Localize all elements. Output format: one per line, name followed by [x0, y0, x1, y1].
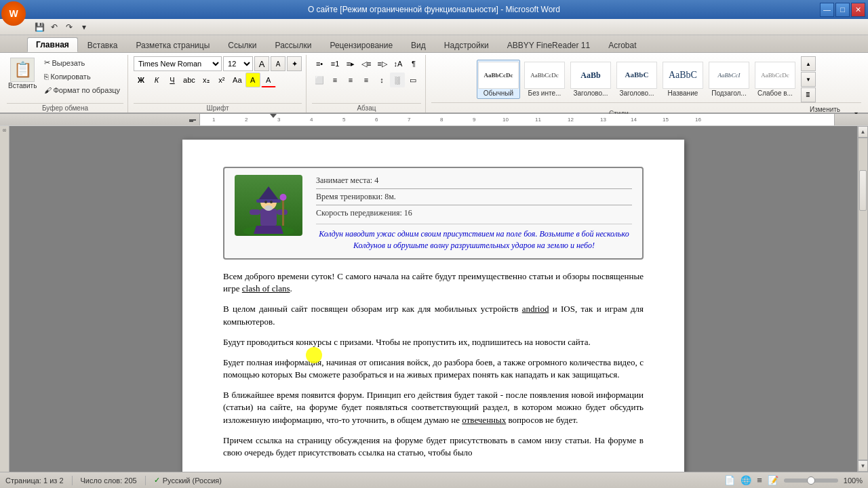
close-button[interactable]: ✕ — [851, 3, 865, 17]
paste-button[interactable]: 📋 Вставить — [7, 56, 38, 91]
border-button[interactable]: ▭ — [406, 73, 420, 87]
paste-label: Вставить — [8, 82, 37, 89]
word-count-text: Число слов: 205 — [81, 476, 137, 485]
redo-button[interactable]: ↷ — [62, 20, 76, 34]
style-h2[interactable]: AaBbC Заголово... — [615, 60, 658, 99]
style-title-preview: AaBbC — [663, 62, 703, 89]
indent-button[interactable]: ≡▷ — [374, 56, 389, 71]
view-draft-button[interactable]: 📝 — [768, 475, 778, 485]
zoom-thumb[interactable] — [807, 476, 815, 485]
scroll-track[interactable] — [858, 138, 868, 460]
vertical-ruler-label: 8 — [1, 129, 7, 131]
strikethrough-button[interactable]: аbc — [180, 73, 198, 87]
page-info: Страница: 1 из 2 — [5, 476, 64, 485]
tab-page-layout[interactable]: Разметка страницы — [127, 37, 218, 52]
paragraph-1-text: Всем доброго времени суток! С самого нач… — [223, 271, 644, 293]
scroll-container[interactable]: Занимает места: 4 Время тренировки: 8м. … — [9, 126, 857, 472]
minimize-button[interactable]: — — [820, 3, 834, 17]
clash-link[interactable]: clash of clans — [242, 283, 290, 293]
show-marks-button[interactable]: ¶ — [406, 56, 421, 71]
zoom-slider[interactable] — [784, 479, 838, 483]
styles-more[interactable]: ≣ — [801, 87, 816, 102]
style-normal[interactable]: AaBbCcDc Обычный — [477, 60, 520, 99]
tab-abbyy[interactable]: ABBYY FineReader 11 — [498, 37, 599, 52]
view-normal-button[interactable]: 📄 — [724, 475, 735, 485]
italic-icon: К — [155, 76, 159, 84]
andriod-link[interactable]: andriod — [522, 304, 549, 314]
multilevel-button[interactable]: ≡▸ — [343, 56, 358, 71]
language-text: Русский (Россия) — [163, 476, 222, 485]
highlight-button[interactable]: A — [245, 73, 260, 87]
view-outline-button[interactable]: ≡ — [757, 475, 762, 485]
tab-insert[interactable]: Вставка — [79, 37, 127, 52]
paragraph-4-text: Будет полная информация, начиная от опис… — [223, 357, 644, 380]
otv-link[interactable]: отвеченных — [462, 415, 506, 425]
align-left-button[interactable]: ⬜ — [312, 73, 327, 87]
office-button[interactable]: W — [1, 1, 26, 26]
scroll-up-button[interactable]: ▲ — [858, 126, 868, 138]
ruler-mark-9: 9 — [473, 117, 475, 123]
bullets-button[interactable]: ≡• — [312, 56, 327, 71]
font-group-label: Шрифт — [134, 103, 302, 113]
svg-rect-5 — [250, 209, 260, 215]
styles-scroll-up[interactable]: ▲ — [801, 56, 816, 71]
font-grow-button[interactable]: A — [254, 56, 269, 71]
ruler-mark-10: 10 — [502, 117, 509, 123]
scroll-down-button[interactable]: ▼ — [858, 460, 868, 472]
subscript-button[interactable]: x₂ — [199, 73, 214, 87]
font-family-select[interactable]: Times New Roman — [134, 56, 222, 71]
format-paint-button[interactable]: 🖌 Формат по образцу — [41, 84, 123, 96]
line-spacing-button[interactable]: ↕ — [374, 73, 389, 87]
info-card: Занимает места: 4 Время тренировки: 8м. … — [223, 167, 644, 260]
scroll-thumb[interactable] — [859, 170, 867, 211]
ruler-mark-4: 4 — [310, 117, 313, 123]
undo-button[interactable]: ↶ — [47, 20, 61, 34]
underline-button[interactable]: Ч — [165, 73, 180, 87]
copy-button[interactable]: ⎘ Копировать — [41, 70, 123, 83]
outdent-button[interactable]: ◁≡ — [359, 56, 374, 71]
tab-mailings[interactable]: Рассылки — [267, 37, 321, 52]
change-case-button[interactable]: Аа — [230, 73, 245, 87]
tab-view[interactable]: Вид — [402, 37, 435, 52]
superscript-button[interactable]: x² — [214, 73, 229, 87]
ruler-mark-6: 6 — [375, 117, 378, 123]
style-title-label: Название — [668, 89, 698, 97]
tab-home[interactable]: Главная — [27, 37, 78, 52]
align-right-button[interactable]: ≡ — [343, 73, 358, 87]
save-button[interactable]: 💾 — [33, 20, 46, 34]
numbering-button[interactable]: ≡1 — [328, 56, 342, 71]
tab-review[interactable]: Рецензирование — [321, 37, 401, 52]
font-shrink-button[interactable]: A — [271, 56, 285, 71]
style-subtle-em[interactable]: AaBbCcDc Слабое в... — [753, 60, 797, 99]
font-color-button[interactable]: A — [261, 73, 276, 87]
clear-format-button[interactable]: ✦ — [287, 56, 302, 71]
tab-addins[interactable]: Надстройки — [435, 37, 498, 52]
paragraph-2: В целом данный сайт посвящен обзорам игр… — [223, 303, 644, 327]
quick-access-more-button[interactable]: ▾ — [77, 20, 91, 34]
language-indicator: ✓ Русский (Россия) — [154, 476, 222, 485]
italic-button[interactable]: К — [149, 73, 164, 87]
font-size-select[interactable]: 12 — [223, 56, 253, 71]
maximize-button[interactable]: □ — [835, 3, 850, 17]
info-speed-text: Скорость передвижения: 16 — [316, 208, 412, 218]
left-indent-marker[interactable] — [270, 114, 277, 118]
shading-button[interactable]: ░ — [390, 73, 405, 87]
align-center-button[interactable]: ≡ — [328, 73, 342, 87]
tab-references[interactable]: Ссылки — [219, 37, 265, 52]
style-h1[interactable]: AaBb Заголово... — [569, 60, 612, 99]
tab-acrobat[interactable]: Acrobat — [599, 37, 645, 52]
styles-scroll-down[interactable]: ▼ — [801, 72, 816, 87]
style-subtitle[interactable]: AaBbCcI Подзагол... — [707, 60, 751, 99]
view-web-button[interactable]: 🌐 — [741, 475, 751, 485]
sort-button[interactable]: ↕A — [391, 56, 406, 71]
cut-button[interactable]: ✂ Вырезать — [41, 56, 123, 69]
justify-button[interactable]: ≡ — [359, 73, 374, 87]
style-title[interactable]: AaBbC Название — [661, 60, 705, 99]
style-h2-preview: AaBbC — [616, 62, 657, 89]
svg-rect-1 — [189, 121, 193, 122]
bold-button[interactable]: Ж — [134, 73, 149, 87]
paragraph-3: Будут проводиться конкурсы с призами. Чт… — [223, 336, 644, 348]
paragraph-3-text: Будут проводиться конкурсы с призами. Чт… — [223, 337, 591, 347]
info-training: Время тренировки: 8м. — [316, 191, 632, 203]
style-no-spacing[interactable]: AaBbCcDc Без инте... — [523, 60, 566, 99]
